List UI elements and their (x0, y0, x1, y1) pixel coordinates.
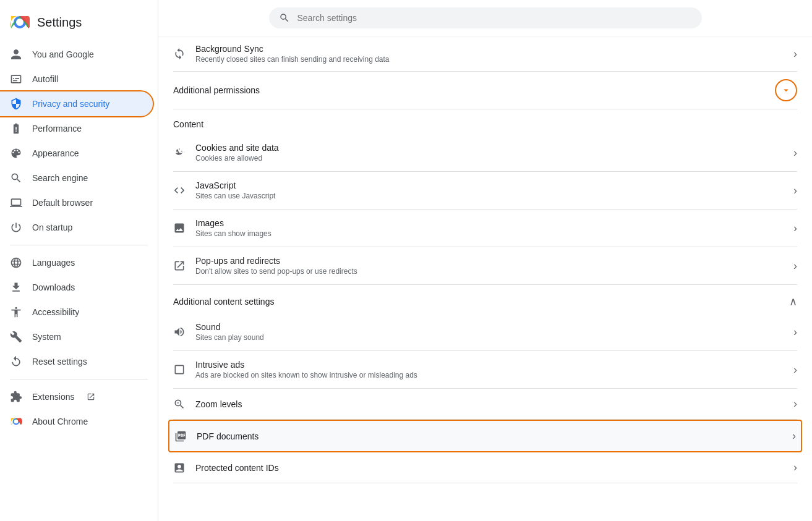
power-icon (10, 221, 22, 234)
background-sync-row[interactable]: Background Sync Recently closed sites ca… (173, 36, 797, 72)
pdf-documents-row[interactable]: PDF documents › (168, 420, 802, 452)
cookies-row-left: Cookies and site data Cookies are allowe… (173, 143, 279, 163)
sidebar-divider-2 (10, 379, 148, 379)
ads-icon (173, 363, 186, 376)
sidebar-item-default-browser[interactable]: Default browser (0, 190, 153, 215)
pdf-icon (174, 430, 187, 443)
javascript-subtitle: Sites can use Javascript (195, 192, 275, 200)
search-bar (269, 7, 702, 28)
pdf-text: PDF documents (197, 431, 259, 441)
popups-row-left: Pop-ups and redirects Don't allow sites … (173, 256, 357, 276)
wrench-icon (10, 331, 22, 343)
sidebar-item-you-google[interactable]: You and Google (0, 42, 153, 67)
sidebar-item-performance[interactable]: Performance (0, 116, 153, 141)
images-chevron: › (793, 222, 797, 235)
sound-text: Sound Sites can play sound (195, 322, 264, 342)
background-sync-chevron: › (793, 48, 797, 61)
sidebar-item-extensions[interactable]: Extensions (0, 384, 153, 409)
sidebar-item-downloads[interactable]: Downloads (0, 275, 153, 300)
popups-row[interactable]: Pop-ups and redirects Don't allow sites … (173, 247, 797, 285)
accessibility-icon (10, 306, 22, 318)
cookies-row[interactable]: Cookies and site data Cookies are allowe… (173, 134, 797, 172)
javascript-row[interactable]: JavaScript Sites can use Javascript › (173, 172, 797, 210)
sidebar-label-downloads: Downloads (32, 282, 75, 292)
content-area: Background Sync Recently closed sites ca… (158, 36, 812, 498)
search-bar-container (158, 0, 812, 36)
sidebar-label-reset-settings: Reset settings (32, 357, 87, 366)
sidebar-label-you-google: You and Google (32, 49, 94, 59)
zoom-row[interactable]: Zoom levels › (173, 389, 797, 420)
background-sync-left: Background Sync Recently closed sites ca… (173, 44, 390, 64)
cookies-text: Cookies and site data Cookies are allowe… (195, 143, 279, 163)
sidebar-item-privacy-security[interactable]: Privacy and security (0, 91, 153, 116)
cookies-chevron: › (793, 146, 797, 159)
sidebar-divider-1 (10, 245, 148, 245)
code-icon (173, 184, 186, 197)
cookie-icon (173, 146, 186, 159)
content-section-label: Content (173, 109, 797, 134)
globe-icon (10, 256, 22, 269)
zoom-text: Zoom levels (195, 399, 242, 409)
intrusive-ads-row-left: Intrusive ads Ads are blocked on sites k… (173, 360, 417, 379)
protected-icon (173, 462, 186, 474)
zoom-title: Zoom levels (195, 399, 242, 409)
pdf-chevron: › (792, 430, 796, 443)
images-row[interactable]: Images Sites can show images › (173, 210, 797, 247)
chrome-logo-icon (10, 12, 30, 32)
sidebar-item-search-engine[interactable]: Search engine (0, 166, 153, 190)
popups-title: Pop-ups and redirects (195, 256, 357, 266)
sound-title: Sound (195, 322, 264, 332)
person-icon (10, 48, 22, 61)
sidebar-label-on-startup: On startup (32, 222, 72, 232)
images-row-left: Images Sites can show images (173, 218, 271, 238)
protected-content-chevron: › (793, 461, 797, 474)
sound-row[interactable]: Sound Sites can play sound › (173, 313, 797, 351)
sidebar-label-privacy-security: Privacy and security (32, 99, 109, 109)
chrome-icon (10, 415, 22, 428)
sound-icon (173, 326, 186, 338)
additional-permissions-toggle[interactable] (775, 79, 797, 101)
sync-icon (173, 48, 186, 60)
sidebar-label-performance: Performance (32, 124, 82, 133)
background-sync-title: Background Sync (195, 44, 390, 54)
additional-content-header[interactable]: Additional content settings ∧ (173, 285, 797, 313)
protected-content-row[interactable]: Protected content IDs › (173, 452, 797, 483)
sidebar-item-reset-settings[interactable]: Reset settings (0, 349, 153, 374)
sidebar-item-accessibility[interactable]: Accessibility (0, 300, 153, 324)
download-icon (10, 281, 22, 294)
speed-icon (10, 122, 22, 135)
sidebar-label-appearance: Appearance (32, 148, 79, 158)
sidebar-item-autofill[interactable]: Autofill (0, 67, 153, 91)
sidebar-header: Settings (0, 5, 158, 42)
sidebar-label-search-engine: Search engine (32, 173, 88, 183)
image-icon (173, 222, 186, 234)
sidebar-label-system: System (32, 332, 61, 342)
sidebar-label-extensions: Extensions (32, 392, 74, 402)
app-title: Settings (37, 15, 82, 30)
pdf-row-left: PDF documents (174, 430, 259, 443)
sidebar-item-languages[interactable]: Languages (0, 250, 153, 275)
popup-icon (173, 260, 186, 272)
additional-permissions-label: Additional permissions (173, 85, 260, 95)
popups-subtitle: Don't allow sites to send pop-ups or use… (195, 267, 357, 276)
sound-row-left: Sound Sites can play sound (173, 322, 264, 342)
additional-content-toggle: ∧ (789, 295, 797, 308)
search-input[interactable] (297, 13, 692, 23)
intrusive-ads-text: Intrusive ads Ads are blocked on sites k… (195, 360, 417, 379)
intrusive-ads-chevron: › (793, 363, 797, 376)
sound-subtitle: Sites can play sound (195, 333, 264, 342)
additional-content-label: Additional content settings (173, 297, 274, 307)
javascript-text: JavaScript Sites can use Javascript (195, 180, 275, 200)
sidebar-item-on-startup[interactable]: On startup (0, 215, 153, 240)
sidebar-item-about-chrome[interactable]: About Chrome (0, 409, 153, 434)
main-content: Background Sync Recently closed sites ca… (158, 0, 812, 521)
sidebar-label-languages: Languages (32, 258, 75, 268)
svg-point-2 (16, 19, 24, 26)
intrusive-ads-row[interactable]: Intrusive ads Ads are blocked on sites k… (173, 351, 797, 389)
sidebar-item-appearance[interactable]: Appearance (0, 141, 153, 166)
sidebar-item-system[interactable]: System (0, 324, 153, 349)
protected-content-title: Protected content IDs (195, 463, 279, 473)
javascript-row-left: JavaScript Sites can use Javascript (173, 180, 275, 200)
additional-permissions-row[interactable]: Additional permissions (173, 72, 797, 109)
sidebar-label-default-browser: Default browser (32, 198, 93, 208)
